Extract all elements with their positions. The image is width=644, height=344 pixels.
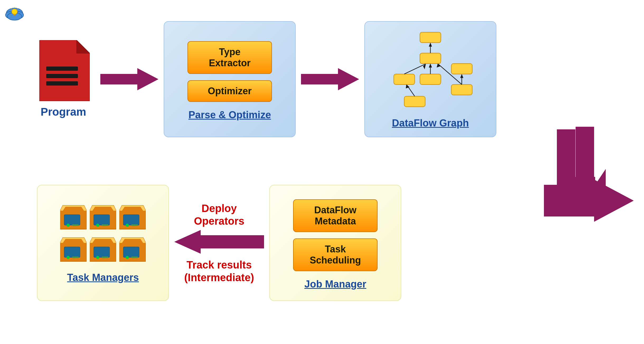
svg-rect-18 bbox=[394, 74, 415, 84]
server-icon bbox=[90, 235, 116, 264]
server-icon bbox=[60, 203, 87, 232]
svg-rect-45 bbox=[102, 224, 108, 226]
svg-point-39 bbox=[67, 224, 70, 227]
svg-rect-67 bbox=[576, 127, 594, 185]
type-extractor-btn: Type Extractor bbox=[187, 41, 272, 74]
svg-rect-53 bbox=[64, 247, 80, 257]
svg-rect-21 bbox=[451, 84, 472, 95]
svg-marker-15 bbox=[301, 68, 359, 90]
job-manager-box: DataFlow Metadata Task Scheduling Job Ma… bbox=[269, 185, 401, 301]
l-shaped-arrow bbox=[544, 127, 634, 222]
svg-rect-20 bbox=[451, 64, 472, 74]
svg-marker-68 bbox=[544, 180, 634, 222]
deploy-track-section: Deploy Operators Track results (Intermed… bbox=[169, 202, 269, 284]
svg-rect-38 bbox=[64, 215, 80, 225]
svg-marker-14 bbox=[100, 68, 158, 90]
optimizer-btn: Optimizer bbox=[187, 80, 272, 102]
program-icon bbox=[37, 40, 90, 103]
svg-rect-55 bbox=[72, 257, 79, 258]
svg-rect-58 bbox=[94, 247, 110, 257]
svg-marker-24 bbox=[429, 43, 432, 47]
program-label: Program bbox=[41, 106, 86, 118]
dataflow-graph-svg bbox=[378, 30, 483, 113]
svg-point-64 bbox=[126, 256, 129, 259]
svg-rect-65 bbox=[131, 257, 138, 258]
dataflow-metadata-btn: DataFlow Metadata bbox=[293, 199, 378, 232]
server-grid bbox=[60, 203, 146, 264]
svg-rect-43 bbox=[94, 215, 110, 225]
svg-point-49 bbox=[126, 224, 129, 227]
parse-optimize-box: Type Extractor Optimizer Parse & Optimiz… bbox=[164, 21, 296, 137]
svg-marker-32 bbox=[460, 74, 463, 78]
svg-point-4 bbox=[12, 9, 17, 15]
svg-rect-22 bbox=[404, 96, 425, 107]
svg-rect-17 bbox=[420, 53, 441, 64]
svg-rect-16 bbox=[420, 32, 441, 43]
deploy-text: Deploy Operators bbox=[194, 202, 244, 227]
parse-optimize-label: Parse & Optimize bbox=[189, 109, 271, 121]
dataflow-graph-label: DataFlow Graph bbox=[392, 117, 469, 129]
dataflow-graph-box: DataFlow Graph bbox=[364, 21, 496, 137]
arrow-2 bbox=[301, 66, 359, 92]
arrow-deploy bbox=[174, 230, 264, 254]
svg-marker-28 bbox=[429, 64, 432, 68]
job-manager-label: Job Manager bbox=[304, 279, 366, 290]
server-icon bbox=[119, 203, 146, 232]
svg-point-54 bbox=[67, 256, 70, 259]
svg-rect-48 bbox=[123, 215, 139, 225]
server-icon bbox=[119, 235, 146, 264]
arrow-1 bbox=[100, 66, 158, 92]
task-managers-label: Task Managers bbox=[67, 272, 139, 283]
server-icon bbox=[60, 235, 87, 264]
program-section: Program bbox=[37, 40, 90, 118]
svg-rect-63 bbox=[123, 247, 139, 257]
svg-point-59 bbox=[96, 256, 99, 259]
task-managers-box: Task Managers bbox=[37, 185, 169, 301]
svg-point-44 bbox=[96, 224, 99, 227]
svg-rect-50 bbox=[131, 224, 138, 226]
svg-marker-66 bbox=[174, 230, 264, 254]
svg-rect-13 bbox=[46, 81, 78, 86]
svg-rect-60 bbox=[102, 257, 108, 258]
svg-line-25 bbox=[404, 64, 425, 74]
svg-rect-12 bbox=[46, 74, 78, 78]
svg-marker-10 bbox=[77, 40, 90, 53]
svg-rect-11 bbox=[46, 67, 78, 71]
task-scheduling-btn: Task Scheduling bbox=[293, 238, 378, 271]
track-text: Track results (Intermediate) bbox=[184, 258, 254, 284]
server-icon bbox=[90, 203, 116, 232]
svg-rect-40 bbox=[72, 224, 79, 226]
svg-rect-19 bbox=[420, 74, 441, 84]
